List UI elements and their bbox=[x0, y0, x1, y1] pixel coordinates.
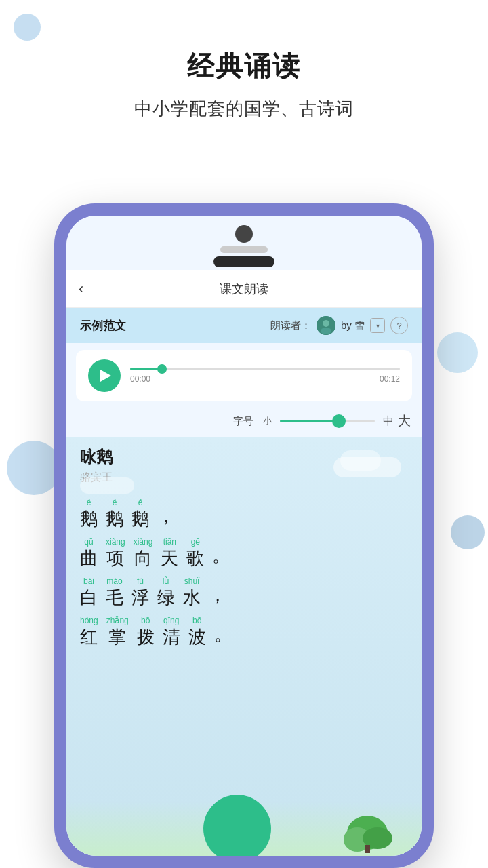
font-size-label: 字号 bbox=[233, 415, 253, 428]
pinyin: bō bbox=[141, 615, 150, 627]
decorative-bubble-br bbox=[451, 515, 485, 549]
char-group: é鹅 bbox=[80, 497, 98, 530]
punctuation: ， bbox=[157, 506, 175, 530]
app-screen: ‹ 课文朗读 示例范文 朗读者： bbox=[66, 216, 422, 856]
char-group: bái白 bbox=[80, 576, 98, 608]
progress-dot bbox=[157, 364, 167, 374]
hanzi: 鹅 bbox=[106, 509, 123, 530]
dropdown-button[interactable]: ▾ bbox=[370, 318, 385, 333]
char-group: é鹅 bbox=[131, 497, 149, 530]
pinyin: gē bbox=[191, 536, 200, 548]
char-group: bō拨 bbox=[137, 615, 155, 648]
pinyin: xiàng bbox=[106, 536, 125, 548]
char-group: gē歌 bbox=[186, 536, 204, 569]
poem-line: bái白máo毛fú浮lǜ绿shuǐ水， bbox=[80, 576, 408, 608]
hanzi: 天 bbox=[161, 548, 178, 569]
font-size-slider[interactable] bbox=[280, 420, 375, 422]
sub-title: 中小学配套的国学、古诗词 bbox=[0, 97, 488, 121]
pinyin: tiān bbox=[163, 536, 176, 548]
char-group: lǜ绿 bbox=[157, 576, 175, 608]
phone-inner-frame: ‹ 课文朗读 示例范文 朗读者： bbox=[66, 216, 422, 856]
char-group: qīng清 bbox=[163, 615, 180, 648]
hanzi: 向 bbox=[134, 548, 152, 569]
font-slider-dot bbox=[332, 414, 346, 428]
char-group: zhǎng掌 bbox=[106, 615, 129, 648]
header-section: 经典诵读 中小学配套的国学、古诗词 bbox=[0, 0, 488, 141]
decorative-bubble-tr bbox=[437, 332, 478, 373]
char-group: tiān天 bbox=[161, 536, 178, 569]
font-size-small[interactable]: 小 bbox=[263, 415, 272, 427]
tree-decoration bbox=[340, 799, 394, 856]
pinyin: hóng bbox=[80, 615, 98, 627]
hanzi: 波 bbox=[188, 627, 206, 648]
char-group: fú浮 bbox=[131, 576, 149, 608]
char-group: xiàng向 bbox=[134, 536, 153, 569]
reader-name: by 雪 bbox=[341, 319, 365, 332]
pinyin: bō bbox=[192, 615, 201, 627]
cloud-deco-2 bbox=[340, 450, 381, 471]
char-group: shuǐ水 bbox=[183, 576, 201, 608]
poem-lines: é鹅é鹅é鹅，qū曲xiàng项xiàng向tiān天gē歌。bái白máo毛f… bbox=[80, 497, 408, 648]
font-slider-fill bbox=[280, 420, 337, 422]
svg-rect-6 bbox=[365, 845, 370, 853]
hanzi: 红 bbox=[80, 627, 98, 648]
progress-container[interactable]: 00:00 00:12 bbox=[130, 368, 400, 384]
nav-bar: ‹ 课文朗读 bbox=[66, 270, 422, 308]
pinyin: é bbox=[87, 497, 92, 509]
reading-header: 示例范文 朗读者： by 雪 ▾ ? bbox=[66, 308, 422, 343]
punctuation: ， bbox=[209, 585, 226, 608]
hanzi: 拨 bbox=[137, 627, 155, 648]
player-row: 00:00 00:12 bbox=[88, 359, 400, 392]
char-group: máo毛 bbox=[106, 576, 123, 608]
pinyin: fú bbox=[137, 576, 144, 587]
hanzi: 清 bbox=[163, 627, 180, 648]
time-row: 00:00 00:12 bbox=[130, 374, 400, 384]
poem-area: 咏鹅 骆宾王 é鹅é鹅é鹅，qū曲xiàng项xiàng向tiān天gē歌。bá… bbox=[66, 437, 422, 856]
hanzi: 鹅 bbox=[80, 509, 98, 530]
time-total: 00:12 bbox=[380, 374, 400, 384]
main-title: 经典诵读 bbox=[0, 47, 488, 85]
hanzi: 绿 bbox=[157, 587, 175, 608]
font-size-control: 字号 小 中 大 bbox=[66, 408, 422, 437]
bottom-decoration bbox=[66, 802, 422, 856]
phone-mockup: ‹ 课文朗读 示例范文 朗读者： bbox=[54, 203, 434, 868]
back-button[interactable]: ‹ bbox=[79, 280, 83, 298]
pinyin: é bbox=[113, 497, 117, 509]
hanzi: 掌 bbox=[108, 627, 126, 648]
play-icon bbox=[100, 370, 111, 382]
hanzi: 曲 bbox=[80, 548, 98, 569]
hanzi: 鹅 bbox=[131, 509, 149, 530]
decorative-bubble-tl bbox=[14, 14, 41, 41]
char-group: é鹅 bbox=[106, 497, 123, 530]
reader-selector[interactable]: 朗读者： by 雪 ▾ ? bbox=[270, 316, 408, 335]
char-group: bō波 bbox=[188, 615, 206, 648]
pinyin: zhǎng bbox=[106, 615, 129, 627]
svg-point-1 bbox=[323, 320, 329, 327]
hanzi: 水 bbox=[183, 587, 201, 608]
audio-player: 00:00 00:12 bbox=[76, 350, 412, 401]
pinyin: xiàng bbox=[134, 536, 153, 548]
sample-label: 示例范文 bbox=[80, 318, 126, 334]
decorative-bubble-bl bbox=[7, 441, 61, 495]
char-group: xiàng项 bbox=[106, 536, 125, 569]
char-group: qū曲 bbox=[80, 536, 98, 569]
char-group: hóng红 bbox=[80, 615, 98, 648]
font-size-mid[interactable]: 中 bbox=[383, 414, 394, 429]
pinyin: qīng bbox=[163, 615, 179, 627]
poem-line: é鹅é鹅é鹅， bbox=[80, 497, 408, 530]
help-button[interactable]: ? bbox=[390, 317, 408, 334]
punctuation: 。 bbox=[212, 545, 230, 569]
pill-notch bbox=[214, 256, 274, 267]
hanzi: 浮 bbox=[131, 587, 149, 608]
pinyin: lǜ bbox=[163, 576, 170, 587]
pinyin: shuǐ bbox=[184, 576, 199, 587]
progress-bar[interactable] bbox=[130, 368, 400, 370]
hanzi: 白 bbox=[80, 587, 98, 608]
pinyin: máo bbox=[106, 576, 122, 587]
svg-point-2 bbox=[321, 328, 331, 334]
hanzi: 毛 bbox=[106, 587, 123, 608]
pinyin: qū bbox=[84, 536, 93, 548]
pinyin: é bbox=[138, 497, 143, 509]
play-button[interactable] bbox=[88, 359, 121, 392]
font-size-large[interactable]: 大 bbox=[398, 412, 411, 430]
